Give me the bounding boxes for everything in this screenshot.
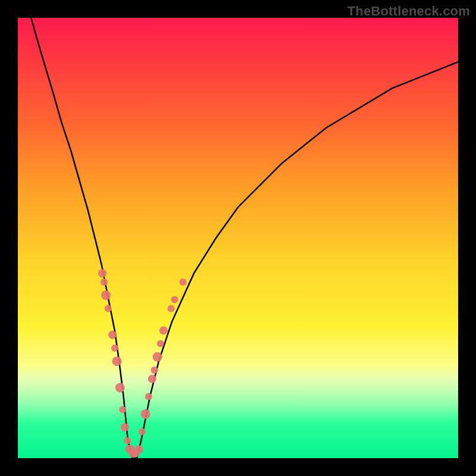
data-marker xyxy=(148,375,156,383)
bottleneck-curve xyxy=(31,18,458,458)
data-marker xyxy=(171,296,178,303)
data-marker xyxy=(112,356,122,366)
data-marker xyxy=(121,423,129,431)
data-marker xyxy=(98,269,107,277)
data-marker xyxy=(119,406,126,414)
data-marker xyxy=(115,383,125,393)
watermark-text: TheBottleneck.com xyxy=(347,4,470,19)
chart-frame: TheBottleneck.com xyxy=(0,0,476,476)
data-marker xyxy=(153,352,162,362)
data-marker xyxy=(101,290,111,300)
data-marker xyxy=(124,437,131,444)
data-marker xyxy=(157,340,164,347)
curve-svg xyxy=(18,18,458,458)
data-marker xyxy=(141,409,151,419)
data-marker xyxy=(159,326,168,334)
data-marker xyxy=(139,428,146,436)
data-marker xyxy=(108,331,117,339)
plot-area xyxy=(18,18,458,458)
data-marker xyxy=(101,278,108,286)
data-marker xyxy=(180,278,187,286)
data-marker xyxy=(145,393,152,400)
data-marker xyxy=(151,367,158,374)
data-marker xyxy=(105,305,112,312)
data-marker xyxy=(111,345,118,352)
data-marker xyxy=(135,445,143,453)
data-markers xyxy=(98,269,186,458)
data-marker xyxy=(168,305,175,312)
